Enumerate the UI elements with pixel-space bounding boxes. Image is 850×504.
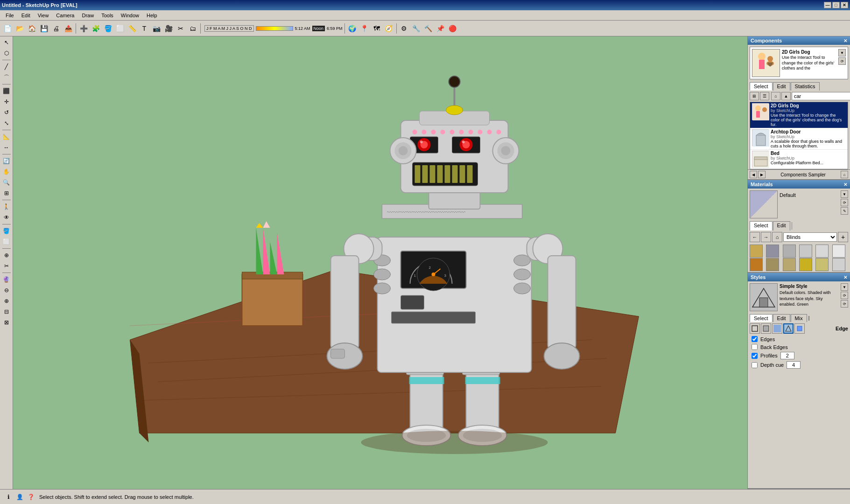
mat-cell-11[interactable] (815, 258, 829, 271)
profiles-input[interactable] (780, 352, 794, 359)
mat-forward-btn[interactable]: → (761, 232, 771, 242)
menu-draw[interactable]: Draw (78, 12, 98, 19)
menu-edit[interactable]: Edit (18, 12, 34, 19)
text-btn[interactable]: T (139, 23, 150, 34)
zoom-ext-tool[interactable]: ⊞ (1, 188, 12, 198)
new-button[interactable]: 📄 (2, 23, 13, 34)
section-plane-tool[interactable]: ✂ (1, 261, 12, 271)
tab-styles-mix[interactable]: Mix (791, 314, 807, 322)
left-tool-extra5[interactable]: ⊠ (1, 317, 12, 328)
maximize-button[interactable]: □ (832, 2, 840, 8)
tab-styles-select[interactable]: Select (750, 314, 773, 322)
erase-btn[interactable]: ⬜ (114, 23, 126, 34)
left-tool-extra4[interactable]: ⊟ (1, 307, 12, 317)
orbit-tool[interactable]: 🔄 (1, 156, 12, 166)
materials-dropdown[interactable]: Blinds Brick Wood (783, 232, 837, 242)
mat-cell-8[interactable] (766, 258, 779, 271)
mat-cell-12[interactable] (832, 258, 845, 271)
geo-location-btn[interactable]: 🌍 (347, 23, 358, 34)
minimize-button[interactable]: — (824, 2, 831, 8)
menu-window[interactable]: Window (117, 12, 143, 19)
mat-cell-9[interactable] (783, 258, 796, 271)
walk-tool[interactable]: 🚶 (1, 202, 12, 212)
mat-add-btn[interactable]: + (838, 232, 848, 242)
style-bg-btn[interactable] (772, 323, 782, 334)
comp-prev-btn[interactable]: ◀ (750, 171, 757, 178)
mat-cell-1[interactable] (750, 245, 763, 258)
mat-cell-4[interactable] (799, 245, 812, 258)
mat-back-btn[interactable]: ← (750, 232, 760, 242)
save-button[interactable]: 💾 (38, 23, 49, 34)
comp-view-btn2[interactable]: ☰ (760, 92, 769, 100)
pan-tool[interactable]: ✋ (1, 167, 12, 177)
menu-help[interactable]: Help (143, 12, 161, 19)
mat-cell-10[interactable] (799, 258, 812, 271)
rotate-tool[interactable]: ↺ (1, 107, 12, 118)
left-tool-extra2[interactable]: ⊖ (1, 285, 12, 295)
eraser-tool[interactable]: ⬜ (1, 237, 12, 247)
comp-nav-btn2[interactable]: ▲ (781, 92, 791, 100)
menu-view[interactable]: View (34, 12, 53, 19)
model-btn[interactable]: 🗂 (187, 23, 198, 34)
style-watermark-btn[interactable] (783, 323, 794, 334)
tab-styles-edit[interactable]: Edit (773, 314, 790, 322)
comp-view-btn1[interactable]: ⊞ (750, 92, 759, 100)
tab-components-edit[interactable]: Edit (773, 82, 790, 91)
depth-cue-checkbox[interactable] (752, 362, 758, 368)
paint-btn[interactable]: 🪣 (102, 23, 113, 34)
arc-tool[interactable]: ⌒ (1, 72, 12, 83)
lookaround-tool[interactable]: 👁 (1, 212, 12, 223)
mat-cell-3[interactable] (783, 245, 796, 258)
push-tool[interactable]: ⬛ (1, 86, 12, 96)
style-action-btn2[interactable]: ⟳ (841, 292, 848, 299)
dimension-tool[interactable]: ↔ (1, 142, 12, 153)
axes-tool[interactable]: ⊕ (1, 250, 12, 260)
mat-action-btn3[interactable]: ✎ (841, 207, 848, 215)
component-list-item-3[interactable]: Bed by SketchUp Configurable Platform Be… (750, 150, 848, 169)
style-model-btn[interactable] (794, 323, 805, 334)
status-icon-3[interactable]: ❓ (26, 492, 35, 502)
toolbar7[interactable]: 🔨 (423, 23, 434, 34)
section-btn[interactable]: ✂ (175, 23, 186, 34)
zoom-tool[interactable]: 🔍 (1, 177, 12, 188)
mat-cell-6[interactable] (832, 245, 845, 258)
print-button[interactable]: 🖨 (50, 23, 62, 34)
styles-close[interactable]: ✕ (843, 275, 847, 280)
tab-components-select[interactable]: Select (750, 82, 773, 91)
home-button[interactable]: 🏠 (26, 23, 37, 34)
tab-components-statistics[interactable]: Statistics (791, 82, 820, 91)
share-button[interactable]: 📤 (63, 23, 74, 34)
toolbar8[interactable]: 📌 (435, 23, 446, 34)
line-tool[interactable]: ╱ (1, 62, 12, 72)
style-action-btn3[interactable]: ⟳ (841, 300, 848, 308)
edges-checkbox[interactable] (752, 336, 758, 342)
components-search-input[interactable] (792, 92, 850, 100)
select-tool[interactable]: ↖ (1, 37, 12, 48)
toolbar9[interactable]: 🔴 (447, 23, 458, 34)
viewport[interactable]: 1 2 3 〰〰〰〰〰〰〰〰〰〰〰〰 (13, 36, 747, 489)
back-edges-checkbox[interactable] (752, 344, 758, 350)
left-tool-extra3[interactable]: ⊕ (1, 296, 12, 306)
geo4-btn[interactable]: 🧭 (383, 23, 394, 34)
comp-nav-btn1[interactable]: ⌂ (771, 92, 780, 100)
style-edge-btn[interactable] (750, 323, 760, 334)
component-list-item-2[interactable]: Archtop Door by SketchUp A scalable door… (750, 128, 848, 150)
menu-camera[interactable]: Camera (52, 12, 78, 19)
profiles-checkbox[interactable] (752, 353, 758, 359)
status-icon-2[interactable]: 👤 (15, 492, 24, 502)
open-button[interactable]: 📂 (14, 23, 25, 34)
camera-pos-btn[interactable]: 📷 (151, 23, 162, 34)
comp-action-btn1[interactable]: ▼ (838, 49, 846, 56)
tab-materials-select[interactable]: Select (750, 221, 773, 231)
mat-action-btn1[interactable]: ▼ (841, 190, 848, 198)
toolbar6[interactable]: 🔧 (411, 23, 422, 34)
dimension-btn[interactable]: 📏 (126, 23, 138, 34)
component-list-item-1[interactable]: 2D Girls Dog by SketchUp Use the Interac… (750, 102, 848, 128)
geo3-btn[interactable]: 🗺 (371, 23, 382, 34)
component-tool[interactable]: ⬡ (1, 48, 12, 58)
geo2-btn[interactable]: 📍 (359, 23, 370, 34)
mat-cell-5[interactable] (815, 245, 829, 258)
menu-tools[interactable]: Tools (98, 12, 117, 19)
paint-bucket-tool[interactable]: 🪣 (1, 226, 12, 236)
camera2-btn[interactable]: 🎥 (163, 23, 174, 34)
